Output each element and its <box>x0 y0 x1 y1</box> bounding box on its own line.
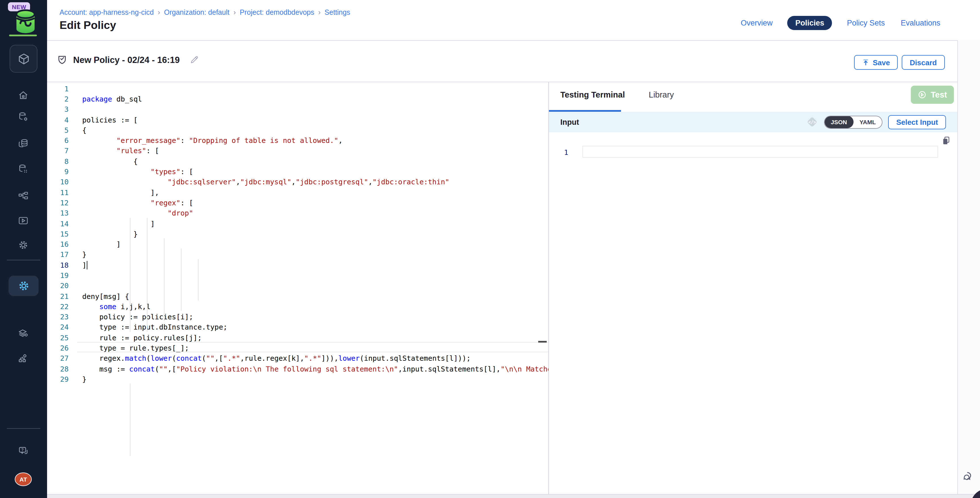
code-line[interactable]: 13 "drop" <box>47 208 549 218</box>
code-line[interactable]: 20 <box>47 280 549 291</box>
input-line-number: 1 <box>549 148 568 156</box>
code-line[interactable]: 8 { <box>47 156 549 167</box>
save-button[interactable]: Save <box>854 55 898 70</box>
code-text: rule := policy.rules[j]; <box>82 334 202 342</box>
user-avatar[interactable]: AT <box>15 473 32 486</box>
code-line[interactable]: 21deny[msg] { <box>47 291 549 301</box>
code-line[interactable]: 27 regex.match(lower(concat("",[".*",rul… <box>47 353 549 364</box>
sidebar-item-settings-active[interactable] <box>8 276 38 296</box>
code-line[interactable]: 2package db_sql <box>47 94 549 104</box>
code-line[interactable]: 7 "rules": [ <box>47 146 549 156</box>
sidebar-item-module-selector[interactable] <box>10 45 37 73</box>
line-number: 14 <box>47 219 68 228</box>
code-text: } <box>82 375 86 383</box>
sidebar-item-database-settings[interactable] <box>13 108 33 125</box>
nav-link-policy-sets[interactable]: Policy Sets <box>846 16 886 30</box>
line-number: 17 <box>47 250 68 259</box>
code-line[interactable]: 24 type := input.dbInstance.type; <box>47 322 549 333</box>
code-line[interactable]: 16 ] <box>47 239 549 250</box>
policy-title: New Policy - 02/24 - 16:19 <box>73 55 180 65</box>
nav-link-policies[interactable]: Policies <box>788 16 832 30</box>
discard-button[interactable]: Discard <box>902 55 945 70</box>
code-text: "rules": [ <box>82 146 159 155</box>
code-line[interactable]: 3 <box>47 104 549 115</box>
sidebar-item-home[interactable] <box>13 87 33 104</box>
line-number: 16 <box>47 240 68 248</box>
breadcrumb-item[interactable]: Project: demodbdevops <box>240 8 315 16</box>
breadcrumb-item[interactable]: Account: app-harness-ng-cicd <box>60 8 154 16</box>
sidebar-divider <box>7 428 40 429</box>
code-text: msg := concat("",["Policy violation:\n T… <box>82 364 549 373</box>
line-number: 9 <box>47 167 68 176</box>
sidebar-item-db-schemas[interactable] <box>13 134 33 151</box>
code-line[interactable]: 28 msg := concat("",["Policy violation:\… <box>47 364 549 374</box>
code-text: ] <box>82 240 121 248</box>
code-text: type := input.dbInstance.type; <box>82 323 228 331</box>
sidebar-item-help[interactable]: ? <box>13 442 33 460</box>
code-line[interactable]: 14 ] <box>47 218 549 229</box>
format-option-yaml[interactable]: YAML <box>853 116 882 128</box>
input-editor-line[interactable]: 1 <box>549 146 568 158</box>
code-text: deny[msg] { <box>82 292 129 300</box>
breadcrumb-separator: › <box>158 8 160 16</box>
harness-db-devops-logo-icon[interactable] <box>14 9 37 35</box>
code-line[interactable]: 25 rule := policy.rules[j]; <box>47 333 549 343</box>
line-number: 23 <box>47 312 68 321</box>
line-number: 29 <box>47 375 68 383</box>
sidebar: NEW <box>0 0 47 498</box>
sidebar-item-pipelines[interactable] <box>13 188 33 205</box>
code-line[interactable]: 1 <box>47 83 549 94</box>
line-number: 18 <box>47 261 68 269</box>
nav-link-evaluations[interactable]: Evaluations <box>899 16 942 30</box>
panel-tabs: Testing TerminalLibrary <box>560 90 674 99</box>
indent-guide <box>198 259 198 300</box>
code-line[interactable]: 26 type = rule.types[_]; <box>47 343 549 353</box>
code-line[interactable]: 18] <box>47 260 549 270</box>
code-text: "types": [ <box>82 167 193 176</box>
copy-icon[interactable] <box>942 135 951 146</box>
coins-stack-icon <box>18 137 29 149</box>
test-button[interactable]: Test <box>911 86 954 104</box>
tab-testing-terminal[interactable]: Testing Terminal <box>560 90 625 99</box>
edit-pencil-icon[interactable] <box>190 56 199 64</box>
tab-library[interactable]: Library <box>649 90 674 99</box>
gear-icon <box>18 239 29 251</box>
input-current-line[interactable] <box>582 146 938 158</box>
policy-code-editor[interactable]: 12package db_sql34policies := [5{6 "erro… <box>47 82 549 494</box>
code-line[interactable]: 11 ], <box>47 187 549 198</box>
code-line[interactable]: 17} <box>47 250 549 260</box>
breadcrumb-item[interactable]: Organization: default <box>164 8 229 16</box>
breadcrumb: Account: app-harness-ng-cicd›Organizatio… <box>60 8 350 16</box>
nav-link-overview[interactable]: Overview <box>740 16 774 30</box>
sidebar-item-layers-settings[interactable] <box>13 325 33 342</box>
format-toggle[interactable]: JSONYAML <box>824 115 883 129</box>
code-line[interactable]: 23 policy := policies[i]; <box>47 312 549 322</box>
sidebar-item-db-instances[interactable] <box>13 161 33 178</box>
line-number: 19 <box>47 271 68 280</box>
code-line[interactable]: 29} <box>47 374 549 385</box>
code-line[interactable]: 19 <box>47 270 549 281</box>
code-line[interactable]: 5{ <box>47 125 549 135</box>
select-input-button[interactable]: Select Input <box>888 115 946 129</box>
nodes-gear-icon <box>18 353 29 364</box>
svg-text:</>: </> <box>808 120 816 125</box>
code-line[interactable]: 6 "error_message": "Dropping of table is… <box>47 135 549 146</box>
code-line[interactable]: 9 "types": [ <box>47 167 549 177</box>
line-number: 27 <box>47 354 68 363</box>
format-option-json[interactable]: JSON <box>825 116 853 128</box>
code-line[interactable]: 4policies := [ <box>47 115 549 125</box>
code-line[interactable]: 15 } <box>47 229 549 239</box>
sidebar-item-infrastructure-settings[interactable] <box>13 350 33 367</box>
chat-bubbles-icon[interactable] <box>962 471 974 484</box>
play-circle-icon <box>918 90 927 99</box>
sidebar-item-executions[interactable] <box>13 212 33 229</box>
code-line[interactable]: 12 "regex": [ <box>47 198 549 208</box>
code-text: ], <box>82 188 159 197</box>
code-format-icon: </> <box>806 116 818 128</box>
code-line[interactable]: 10 "jdbc:sqlserver","jdbc:mysql","jdbc:p… <box>47 177 549 187</box>
code-line[interactable]: 22 some i,j,k,l <box>47 301 549 312</box>
breadcrumb-item[interactable]: Settings <box>325 8 350 16</box>
code-text: "regex": [ <box>82 199 193 207</box>
settings-gear-icon <box>17 280 30 292</box>
sidebar-item-gear[interactable] <box>13 237 33 253</box>
